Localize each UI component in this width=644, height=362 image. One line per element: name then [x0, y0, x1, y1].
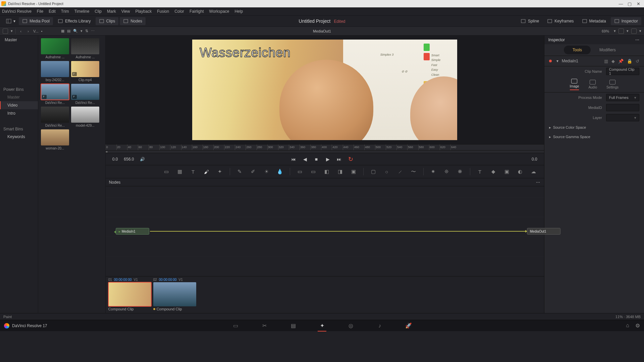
nodes-menu-icon[interactable]: ⋯ [536, 180, 541, 185]
edit-page-icon[interactable]: ▤ [289, 322, 298, 329]
menu-help[interactable]: Help [234, 9, 243, 14]
lock-icon[interactable]: 🔒 [627, 59, 632, 64]
cut-page-icon[interactable]: ✂ [260, 322, 269, 329]
crop-tool-icon[interactable]: ▣ [350, 168, 357, 175]
pin-icon[interactable]: 📌 [618, 59, 624, 64]
smart-bin-item[interactable]: Keywords [0, 133, 38, 141]
menu-file[interactable]: File [37, 9, 43, 14]
deliver-page-icon[interactable]: 🚀 [404, 322, 413, 329]
menu-playback[interactable]: Playback [135, 9, 152, 14]
polygon-mask-icon[interactable]: ⟋ [396, 168, 404, 175]
prender-tool-icon[interactable]: ❊ [443, 168, 450, 175]
menu-workspace[interactable]: Workspace [209, 9, 229, 14]
menu-edit[interactable]: Edit [49, 9, 56, 14]
channel-tool-icon[interactable]: ✐ [250, 168, 257, 175]
timeline-clip[interactable]: 0200:00:00:00V1Compound Clip [153, 278, 196, 311]
search-icon[interactable]: 🔍 [73, 29, 78, 33]
node-graph[interactable]: ▸MediaIn1 MediaOut1 [106, 186, 544, 276]
sort-icon[interactable]: ⇅ [85, 29, 88, 33]
time-ruler[interactable]: 0204060801001201401601802002202402602803… [106, 144, 544, 150]
inspector-button[interactable]: Inspector [611, 17, 641, 25]
media-thumb[interactable]: DaVinci Re... [41, 84, 69, 105]
spline-button[interactable]: Spline [517, 17, 542, 25]
color-page-icon[interactable]: ◎ [346, 322, 355, 329]
node-mediaout[interactable]: MediaOut1 [527, 228, 560, 235]
media-thumb[interactable]: model-429... [71, 107, 99, 127]
window-minimize-button[interactable]: — [616, 1, 625, 7]
inspector-field-process-mode[interactable]: Full Frames▾ [606, 94, 639, 101]
play-button[interactable]: ▶ [324, 156, 331, 163]
fairlight-page-icon[interactable]: ♪ [375, 322, 384, 329]
inspector-section-source-gamma-space[interactable]: ▸Source Gamma Space [544, 132, 644, 141]
fastnoise-tool-icon[interactable]: ▦ [176, 168, 183, 175]
nav-back-button[interactable]: ‹ [18, 29, 23, 33]
settings-icon[interactable]: ⚙ [635, 322, 640, 329]
pemitter-tool-icon[interactable]: ❋ [457, 168, 464, 175]
more-icon[interactable]: ⋯ [91, 29, 95, 33]
list-view-icon[interactable]: ▦ [61, 29, 64, 33]
keyframes-button[interactable]: Keyframes [544, 17, 577, 25]
nav-fwd-button[interactable]: › [26, 29, 31, 33]
background-tool-icon[interactable]: ▭ [163, 168, 170, 175]
inspector-field-layer[interactable]: ▾ [606, 114, 639, 121]
clips-button[interactable]: Clips [96, 17, 119, 25]
menu-view[interactable]: View [121, 9, 130, 14]
menu-fairlight[interactable]: Fairlight [190, 9, 204, 14]
inspector-tab-modifiers[interactable]: Modifiers [591, 46, 625, 54]
menu-clip[interactable]: Clip [95, 9, 102, 14]
fusion-page-icon[interactable]: ✦ [318, 322, 326, 329]
keyframe-icon[interactable]: ◆ [611, 59, 615, 64]
power-bin-item[interactable]: Intro [0, 109, 38, 117]
particles-tool-icon[interactable]: ✷ [430, 168, 437, 175]
viewer-layout-icon[interactable] [619, 28, 624, 34]
3d-camera-tool-icon[interactable]: ▣ [503, 168, 511, 175]
menu-trim[interactable]: Trim [61, 9, 69, 14]
text-tool-icon[interactable]: T [190, 168, 197, 175]
viewer-frame[interactable]: Simplex 3 ⊘ ⊘ SmartSimpleFastEasyClean W… [106, 36, 544, 144]
menu-fusion[interactable]: Fusion [157, 9, 169, 14]
brightness-tool-icon[interactable]: ✎ [236, 168, 244, 175]
thumb-view-icon[interactable]: ▤ [67, 29, 70, 33]
time-slider[interactable] [106, 150, 544, 153]
inspector-subtab-settings[interactable]: Settings [606, 80, 619, 89]
goto-first-button[interactable]: ⏮ [290, 156, 297, 163]
resize-tool-icon[interactable]: ◨ [336, 168, 344, 175]
3d-render-tool-icon[interactable]: ☁ [530, 168, 537, 175]
menu-timeline[interactable]: Timeline [74, 9, 89, 14]
media-pool-button[interactable]: Media Pool [19, 17, 53, 25]
merge-tool-icon[interactable]: ▭ [296, 168, 304, 175]
node-mediain[interactable]: ▸MediaIn1 [116, 228, 149, 235]
inspector-section-source-color-space[interactable]: ▸Source Color Space [544, 123, 644, 132]
effects-button[interactable]: Effects Library [54, 17, 94, 25]
node-expand-icon[interactable]: ▾ [556, 59, 558, 63]
media-thumb[interactable]: woman-20... [41, 129, 69, 150]
transform-tool-icon[interactable]: ▭ [310, 168, 317, 175]
media-thumb[interactable]: Aufnahme ... [71, 38, 99, 59]
media-thumb[interactable]: boy-24202... [41, 61, 69, 82]
ellipse-mask-icon[interactable]: ○ [383, 168, 390, 175]
inspector-subtab-audio[interactable]: Audio [588, 80, 597, 89]
matte-tool-icon[interactable]: ◧ [323, 168, 330, 175]
inspector-tab-tools[interactable]: Tools [564, 46, 591, 54]
step-back-button[interactable]: ◀ [302, 156, 308, 163]
menu-davinci-resolve[interactable]: DaVinci Resolve [2, 9, 32, 14]
bin-view-icon[interactable] [3, 28, 8, 34]
master-bin[interactable]: Master [0, 36, 38, 44]
window-close-button[interactable]: ✕ [634, 1, 643, 7]
reset-icon[interactable]: ↺ [636, 59, 639, 64]
bspline-mask-icon[interactable]: 〜 [410, 168, 417, 175]
media-thumb[interactable]: DaVinci Re... [71, 84, 99, 105]
tracker-tool-icon[interactable]: ✦ [216, 168, 224, 175]
home-icon[interactable]: ⌂ [626, 322, 629, 329]
menu-color[interactable]: Color [174, 9, 184, 14]
nodes-button[interactable]: Nodes [120, 17, 146, 25]
color-tool-icon[interactable]: ☀ [263, 168, 270, 175]
metadata-button[interactable]: Metadata [579, 17, 609, 25]
node-enable-dot[interactable] [549, 60, 552, 62]
inspector-subtab-image[interactable]: Image [570, 79, 579, 90]
rectangle-mask-icon[interactable]: ▢ [370, 168, 377, 175]
inspector-menu-icon[interactable]: ⋯ [635, 38, 640, 42]
window-maximize-button[interactable]: ▢ [625, 1, 634, 7]
loop-button[interactable]: ↻ [347, 156, 354, 163]
goto-last-button[interactable]: ⏭ [336, 156, 342, 163]
